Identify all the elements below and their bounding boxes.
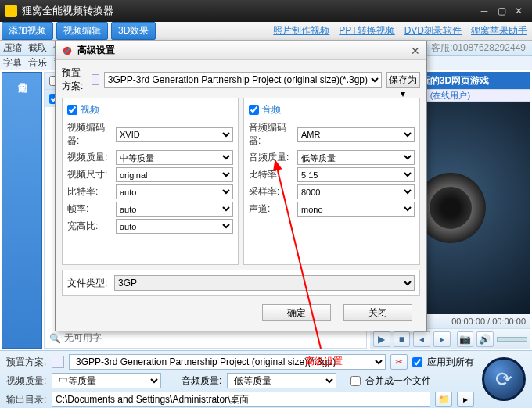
prev-button[interactable]: ◂: [413, 331, 430, 347]
tb-music[interactable]: 音乐: [28, 56, 47, 70]
filetype-label: 文件类型:: [67, 277, 108, 290]
filetype-select[interactable]: 3GP: [114, 275, 415, 291]
a-bitrate-select[interactable]: 5.15: [297, 167, 415, 182]
cancel-button[interactable]: 关闭: [343, 304, 412, 321]
audio-enable-checkbox[interactable]: [249, 105, 259, 115]
output-label: 输出目录:: [6, 393, 47, 406]
dialog-title: 高级设置: [77, 44, 411, 57]
tb-subtitle[interactable]: 字幕: [3, 56, 22, 70]
browse-button[interactable]: 📁: [435, 392, 452, 407]
v-encoder-label: 视频编码器:: [67, 121, 116, 148]
open-folder-button[interactable]: ▸: [457, 392, 474, 407]
v-fps-select[interactable]: auto: [116, 202, 233, 217]
empty-text: 无可用字: [64, 331, 102, 345]
preset-icon: [52, 356, 64, 368]
advanced-settings-dialog: 高级设置 ✕ 预置方案: 3GPP-3rd Generation Partner…: [55, 41, 427, 331]
a-channel-label: 声道:: [249, 202, 297, 216]
maximize-button[interactable]: ▢: [493, 4, 510, 18]
v-aspect-label: 宽高比:: [67, 220, 116, 233]
link-dvd[interactable]: DVD刻录软件: [404, 24, 462, 38]
a-encoder-label: 音频编码器:: [249, 121, 297, 148]
close-button[interactable]: ✕: [510, 4, 527, 18]
a-channel-select[interactable]: mono: [297, 202, 415, 217]
a-sample-select[interactable]: 8000: [297, 184, 415, 199]
merge-label: 合并成一个文件: [365, 374, 431, 388]
menubar: 添加视频 视频编辑 3D效果 照片制作视频 PPT转换视频 DVD刻录软件 狸窝…: [0, 22, 532, 41]
edit-video-button[interactable]: 视频编辑: [56, 22, 108, 40]
v-quality-select[interactable]: 中等质量: [116, 150, 233, 165]
tb-cut[interactable]: 截取: [28, 41, 47, 55]
a-encoder-select[interactable]: AMR: [297, 127, 415, 142]
volume-slider[interactable]: [497, 337, 527, 342]
convert-button[interactable]: ⟳: [482, 357, 526, 401]
video-quality-select[interactable]: 中等质量: [52, 373, 161, 388]
empty-status: 🔍 无可用字: [49, 331, 102, 345]
advanced-settings-button[interactable]: ✂: [390, 354, 408, 370]
vq-label: 视频质量:: [6, 374, 47, 388]
merge-checkbox[interactable]: [350, 376, 361, 386]
apply-all-checkbox[interactable]: [412, 357, 422, 367]
v-fps-label: 帧率:: [67, 202, 116, 216]
next-button[interactable]: ▸: [433, 331, 451, 347]
a-sample-label: 采样率:: [249, 185, 297, 199]
save-as-button[interactable]: 保存为 ▾: [386, 72, 420, 88]
info-icon: 🔍: [49, 333, 61, 344]
dialog-close-button[interactable]: ✕: [411, 45, 420, 57]
v-size-select[interactable]: original: [116, 167, 233, 182]
play-button[interactable]: ▶: [373, 331, 390, 347]
link-apple[interactable]: 狸窝苹果助手: [471, 24, 527, 38]
dialog-preset-select[interactable]: 3GPP-3rd Generation Partnership Project …: [104, 72, 382, 88]
video-header: 视频: [81, 103, 99, 116]
support-phone: 客服:01087628292449: [431, 41, 526, 55]
bottom-panel: 预置方案: 3GPP-3rd Generation Partnership Pr…: [0, 350, 532, 408]
tb-compress[interactable]: 压缩: [3, 41, 22, 55]
faq-tab[interactable]: 常见问题: [2, 72, 42, 349]
aq-label: 音频质量:: [182, 374, 222, 388]
output-path-input[interactable]: [52, 392, 430, 407]
snapshot-button[interactable]: 📷: [457, 331, 474, 347]
stop-button[interactable]: ■: [394, 331, 411, 347]
settings-icon: [62, 45, 73, 56]
preset-select[interactable]: 3GPP-3rd Generation Partnership Project …: [69, 354, 386, 370]
v-aspect-select[interactable]: auto: [116, 219, 233, 234]
a-quality-select[interactable]: 低等质量: [297, 150, 415, 165]
ok-button[interactable]: 确定: [262, 304, 331, 321]
window-title: 狸窝全能视频转换器: [22, 4, 476, 18]
volume-button[interactable]: 🔊: [476, 331, 494, 347]
v-quality-label: 视频质量:: [67, 151, 116, 164]
fx-button[interactable]: 3D效果: [111, 22, 156, 40]
app-logo: [5, 5, 17, 17]
v-size-label: 视频尺寸:: [67, 168, 116, 181]
audio-quality-select[interactable]: 低等质量: [227, 373, 336, 388]
a-bitrate-label: 比特率:: [249, 168, 297, 181]
v-bitrate-select[interactable]: auto: [116, 184, 233, 199]
preset-label: 预置方案:: [6, 356, 47, 369]
dialog-preset-label: 预置方案:: [62, 66, 87, 93]
a-quality-label: 音频质量:: [249, 151, 297, 164]
titlebar: 狸窝全能视频转换器 ─ ▢ ✕: [0, 0, 532, 22]
audio-panel: 音频 音频编码器:AMR 音频质量:低等质量 比特率:5.15 采样率:8000…: [243, 98, 420, 265]
link-photo[interactable]: 照片制作视频: [273, 24, 329, 38]
add-video-button[interactable]: 添加视频: [2, 22, 53, 40]
minimize-button[interactable]: ─: [476, 4, 493, 18]
video-enable-checkbox[interactable]: [67, 105, 77, 115]
apply-all-label: 应用到所有: [427, 356, 474, 369]
video-panel: 视频 视频编码器:XVID 视频质量:中等质量 视频尺寸:original 比特…: [62, 98, 239, 265]
v-encoder-select[interactable]: XVID: [116, 127, 233, 142]
v-bitrate-label: 比特率:: [67, 185, 116, 199]
preset-format-icon: [92, 74, 99, 85]
audio-header: 音频: [262, 103, 281, 116]
link-ppt[interactable]: PPT转换视频: [339, 24, 394, 38]
